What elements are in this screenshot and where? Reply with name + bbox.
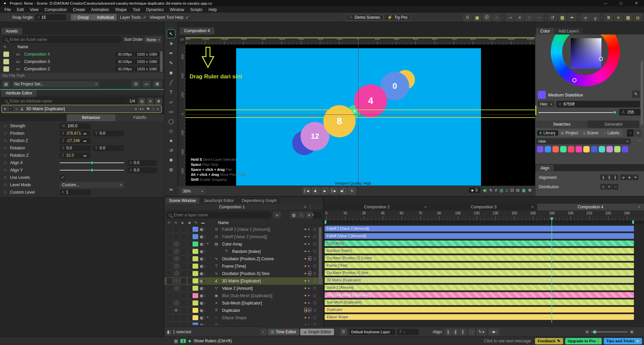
- timeline-ruler[interactable]: 0153045607590105120135150165180195210225…: [324, 210, 644, 220]
- tab-generator[interactable]: Generator: [588, 121, 639, 128]
- next-keyframe-icon[interactable]: ▸: [308, 249, 310, 253]
- project-set-select[interactable]: No Project Set...▾: [12, 81, 99, 87]
- prev-keyframe-icon[interactable]: ◂: [304, 323, 306, 325]
- table-icon[interactable]: ▦: [558, 14, 567, 21]
- value-field[interactable]: #1: [60, 190, 91, 195]
- layer-row[interactable]: ✓∡3D Matrix [Duplicator]◂▸: [164, 277, 323, 285]
- playhead-line[interactable]: [551, 220, 552, 323]
- new-composition-icon[interactable]: ▭: [142, 81, 151, 87]
- layer-toggle-cell[interactable]: [166, 322, 173, 325]
- alpha-field[interactable]: A 255: [619, 109, 641, 116]
- ruler-guide-line[interactable]: [185, 38, 535, 38]
- next-keyframe-icon[interactable]: ▸: [308, 293, 310, 297]
- layer-color-chip[interactable]: [193, 308, 198, 313]
- layer-toggle-cell[interactable]: [180, 241, 187, 248]
- enabled-check-icon[interactable]: ✓: [8, 107, 13, 112]
- next-keyframe-icon[interactable]: ▸: [308, 286, 310, 290]
- attribute-dot-icon[interactable]: [4, 125, 7, 127]
- menu-scripts[interactable]: Scripts: [187, 7, 206, 12]
- tab-align[interactable]: Align: [536, 165, 554, 172]
- cube-icon[interactable]: ▣: [473, 14, 481, 21]
- menu-window[interactable]: Window: [167, 7, 187, 12]
- frame-icon[interactable]: Ⓕ: [483, 14, 491, 21]
- minimize-button[interactable]: —: [598, 0, 613, 6]
- eyedropper-button[interactable]: ✎: [632, 90, 640, 98]
- layer-row[interactable]: ⊙◂▸: [164, 322, 323, 325]
- tab-composition-2[interactable]: Composition 2×: [324, 204, 430, 210]
- connect-arrow-icon[interactable]: ⇢: [506, 14, 514, 21]
- layer-color-chip[interactable]: [193, 227, 198, 232]
- track-bar[interactable]: Oscillator [Position.Z] Cosine: [325, 255, 634, 261]
- trash-icon[interactable]: ⊠: [153, 81, 162, 87]
- menu-shape[interactable]: Shape: [112, 7, 130, 12]
- text-tool[interactable]: T: [167, 88, 175, 96]
- layer-color-chip[interactable]: [193, 300, 198, 305]
- timeline-zoom-knob[interactable]: [593, 330, 596, 334]
- eyedropper-icon[interactable]: ✎: [3, 45, 6, 49]
- value-field[interactable]: Y0.0: [93, 145, 124, 151]
- chevron-down-icon[interactable]: ▾: [207, 316, 209, 319]
- layer-toggle-cell[interactable]: [180, 226, 187, 233]
- attribute-node-header[interactable]: ▾ ✓ ○ ∡ 3D Matrix [Duplicator] ≡ ◖◗ ⚑ ∷ …: [1, 105, 162, 113]
- slider-value-field[interactable]: #0.0: [127, 160, 157, 166]
- tab-behaviour[interactable]: Behaviour: [67, 114, 115, 121]
- attribute-search-input[interactable]: [10, 99, 123, 104]
- mini-panel-icon[interactable]: ▫: [260, 329, 267, 335]
- render-cube-icon[interactable]: ◈: [181, 221, 184, 224]
- layer-toggle-pill[interactable]: [200, 228, 205, 231]
- align-top-edge-icon[interactable]: ╤: [581, 14, 590, 21]
- layer-toggle-pill[interactable]: [200, 324, 205, 325]
- pen-tool[interactable]: ✒: [167, 49, 175, 58]
- keyframe-arrows[interactable]: ◂▸: [83, 132, 87, 135]
- swatch-color-1[interactable]: [545, 146, 551, 152]
- rows-icon[interactable]: ≡: [614, 14, 623, 21]
- message-count-badge[interactable]: 2: [180, 339, 186, 343]
- swatch-color-0[interactable]: [537, 146, 543, 152]
- polygon-tool[interactable]: ◇: [167, 127, 175, 135]
- next-message-link[interactable]: Click to see next message: [484, 339, 531, 343]
- swatch-set-select[interactable]: new▾: [536, 138, 631, 144]
- track-bar[interactable]: Color Array: [325, 240, 634, 246]
- isolate-icon[interactable]: ∷: [298, 212, 305, 218]
- asset-search-input[interactable]: [10, 37, 119, 42]
- layer-toggle-cell[interactable]: [180, 278, 187, 284]
- layer-toggle-cell[interactable]: [166, 241, 173, 248]
- tips-and-tricks-button[interactable]: Tips and Tricks➤: [604, 338, 642, 344]
- vertical-ruler[interactable]: 4503001500-150-300-450: [179, 45, 185, 186]
- layer-toggle-pill[interactable]: [200, 258, 205, 261]
- menu-file[interactable]: File: [1, 7, 14, 12]
- swatch-source-project[interactable]: ⊟Project: [559, 130, 581, 136]
- viewport-settings-icon[interactable]: ⚙: [528, 188, 532, 193]
- footer-align-left-icon[interactable]: ╟: [445, 329, 451, 335]
- color-panel-scrollbar[interactable]: [641, 61, 643, 125]
- layer-row[interactable]: ▾◌Ellipse Shape◂▸: [164, 314, 323, 322]
- asset-row[interactable]: ▭Composition 230.00fps1920 x 1080: [0, 65, 164, 73]
- layer-toggle-cell[interactable]: [180, 233, 187, 240]
- grid-view-icon[interactable]: ∷: [627, 129, 634, 137]
- layer-toggle-cell[interactable]: [180, 315, 187, 321]
- distribute-scatter-icon[interactable]: ∷: [612, 184, 618, 190]
- track-bar[interactable]: Falloff 2 [Value 2 [Amount]]: [325, 226, 634, 231]
- layer-toggle-cell[interactable]: [166, 226, 173, 233]
- folder-icon[interactable]: ⊟: [131, 81, 140, 87]
- range-start-cap[interactable]: [325, 220, 326, 224]
- align-bottom-icon[interactable]: ╧: [633, 175, 638, 180]
- undo-curve-icon[interactable]: ↺: [548, 14, 557, 21]
- menu-create[interactable]: Create: [70, 7, 88, 12]
- keyframe-arrows[interactable]: ◂▸: [83, 154, 87, 157]
- feedback-button[interactable]: Feedback✎: [535, 338, 563, 344]
- slider-value-field[interactable]: #0.0: [127, 167, 157, 173]
- track-bar[interactable]: Duplicator: [325, 307, 634, 313]
- loop-button[interactable]: ↻: [348, 187, 356, 195]
- tab-scene-window[interactable]: Scene Window: [166, 198, 199, 204]
- rectangle-tool[interactable]: ▭: [167, 107, 175, 116]
- tab-add-layers[interactable]: Add Layers: [554, 28, 583, 35]
- layer-toggle-pill[interactable]: [200, 265, 205, 268]
- layer-search-input[interactable]: [174, 213, 269, 217]
- falloff-pair-icon[interactable]: ◖◗: [139, 107, 144, 111]
- speaker-icon[interactable]: ◀: [188, 221, 191, 224]
- layer-row[interactable]: ⊙⠿Duplicator◂▸: [164, 307, 323, 314]
- footer-align-right-icon[interactable]: ╢: [460, 329, 466, 335]
- align-right-icon[interactable]: ╢: [612, 175, 618, 180]
- layer-toggle-cell[interactable]: [166, 315, 173, 321]
